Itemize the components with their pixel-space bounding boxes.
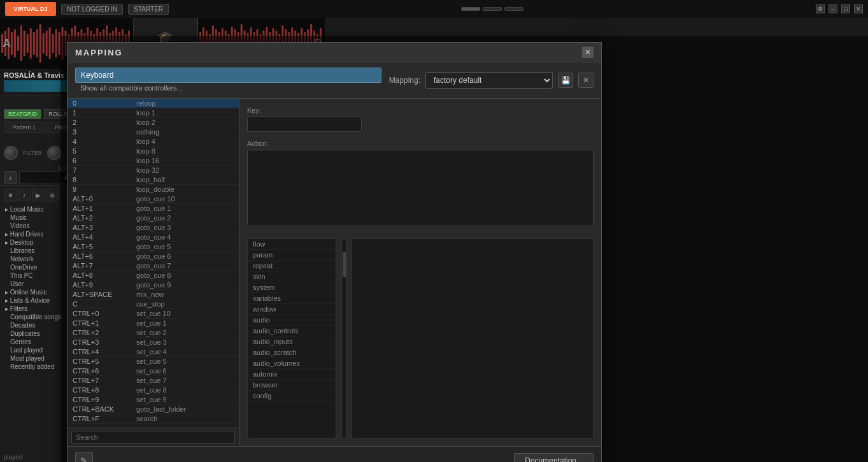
- key-list-item[interactable]: ALT+8 goto_cue 8: [68, 271, 239, 280]
- beatgrid-btn[interactable]: BEATGRID: [4, 109, 41, 119]
- key-list-item[interactable]: CTRL+7 set_cue 7: [68, 376, 239, 386]
- svg-rect-4: [11, 32, 13, 55]
- key-list-item[interactable]: 7 loop 32: [68, 166, 239, 175]
- action-list-item[interactable]: audio: [248, 315, 336, 326]
- documentation-btn[interactable]: Documentation...: [514, 453, 594, 462]
- key-col1: ALT+5: [73, 243, 136, 250]
- key-list-scroll[interactable]: 0 reloop 1 loop 1 2 loop 2 3 nothing 4 l…: [68, 99, 239, 428]
- pattern-1-btn[interactable]: Pattern 1: [4, 122, 45, 133]
- action-list-extra[interactable]: [352, 238, 594, 438]
- left-filter-label: FILTER: [23, 150, 42, 156]
- key-list-item[interactable]: C cue_stop: [68, 300, 239, 309]
- action-list-item[interactable]: browser: [248, 380, 336, 391]
- delete-mapping-btn[interactable]: ✕: [578, 73, 594, 88]
- left-loop-prev[interactable]: ‹: [4, 171, 17, 184]
- action-list-item[interactable]: repeat: [248, 261, 336, 271]
- action-field-label: Action:: [247, 140, 594, 147]
- key-list-item[interactable]: ALT+4 goto_cue 4: [68, 233, 239, 242]
- action-scrollbar[interactable]: [341, 238, 346, 438]
- key-list-item[interactable]: ALT+5 goto_cue 5: [68, 242, 239, 252]
- action-list-item[interactable]: variables: [248, 293, 336, 304]
- key-list-item[interactable]: CTRL+F search: [68, 414, 239, 424]
- minimize-btn[interactable]: –: [829, 4, 837, 13]
- browser-icon-1[interactable]: ★: [4, 189, 17, 201]
- left-flanger-knob[interactable]: [47, 146, 61, 160]
- key-list-item[interactable]: CTRL+0 set_cue 10: [68, 309, 239, 319]
- action-list-item[interactable]: config: [248, 391, 336, 401]
- key-list-item[interactable]: ALT+3 goto_cue 3: [68, 223, 239, 233]
- edit-icon-btn[interactable]: ✎: [75, 452, 93, 462]
- key-col1: ALT+1: [73, 205, 136, 212]
- dialog-close-btn[interactable]: ✕: [582, 47, 594, 58]
- key-col2: loop_double: [136, 185, 234, 193]
- svg-rect-8: [24, 31, 25, 56]
- key-list-item[interactable]: ALT+0 goto_cue 10: [68, 194, 239, 204]
- key-list-item[interactable]: 0 reloop: [68, 99, 239, 108]
- tab-1[interactable]: [461, 7, 480, 11]
- key-list-item[interactable]: ALT+SPACE mix_now: [68, 290, 239, 300]
- action-list-item[interactable]: audio_scratch: [248, 347, 336, 358]
- show-all-controllers[interactable]: Show all compatible controllers...: [75, 83, 381, 93]
- tab-3[interactable]: [504, 7, 523, 11]
- action-list-item[interactable]: automix: [248, 369, 336, 380]
- key-list-item[interactable]: CTRL+3 set_cue 3: [68, 338, 239, 347]
- save-mapping-btn[interactable]: 💾: [558, 73, 573, 88]
- key-col2: loop 4: [136, 138, 234, 145]
- key-list-item[interactable]: 5 loop 8: [68, 147, 239, 156]
- browser-icon-2[interactable]: ♪: [18, 189, 31, 201]
- tab-2[interactable]: [483, 7, 502, 11]
- window-controls: ⚙ – □ ✕: [816, 4, 863, 13]
- left-filter-knob[interactable]: [4, 146, 18, 160]
- action-list-item[interactable]: param: [248, 250, 336, 261]
- key-list-item[interactable]: 9 loop_double: [68, 185, 239, 194]
- key-list-item[interactable]: ALT+1 goto_cue 1: [68, 204, 239, 213]
- settings-btn[interactable]: ⚙: [816, 4, 825, 13]
- key-col2: goto_cue 3: [136, 224, 234, 231]
- maximize-btn[interactable]: □: [841, 4, 850, 13]
- browser-icon-4[interactable]: ⊕: [46, 189, 59, 201]
- key-list-item[interactable]: 3 nothing: [68, 127, 239, 137]
- key-list-item[interactable]: CTRL+9 set_cue 9: [68, 395, 239, 405]
- key-list-item[interactable]: 1 loop 1: [68, 108, 239, 118]
- key-list-item[interactable]: ALT+2 goto_cue 2: [68, 213, 239, 223]
- action-list-col[interactable]: flowparamrepeatskinsystemvariableswindow…: [247, 238, 336, 438]
- key-list-item[interactable]: CTRL+5 set_cue 5: [68, 357, 239, 366]
- key-col2: loop_half: [136, 176, 234, 184]
- key-field-label: Key:: [247, 106, 594, 114]
- svg-rect-14: [43, 33, 45, 54]
- action-list-item[interactable]: window: [248, 304, 336, 315]
- key-list-item[interactable]: ALT+9 goto_cue 9: [68, 280, 239, 290]
- key-input[interactable]: [247, 117, 362, 132]
- key-list-item[interactable]: CTRL+BACK goto_last_folder: [68, 405, 239, 414]
- key-list-item[interactable]: CTRL+8 set_cue 8: [68, 386, 239, 395]
- key-col2: set_cue 10: [136, 310, 234, 317]
- mapping-select[interactable]: factory default: [425, 72, 553, 89]
- key-list-item[interactable]: CTRL+6 set_cue 6: [68, 366, 239, 376]
- key-list-item[interactable]: CTRL+2 set_cue 2: [68, 328, 239, 338]
- key-list-item[interactable]: ALT+7 goto_cue 7: [68, 261, 239, 271]
- key-list-item[interactable]: CTRL+4 set_cue 4: [68, 347, 239, 357]
- not-logged-in-btn[interactable]: NOT LOGGED IN: [61, 4, 123, 15]
- action-list-item[interactable]: audio_inputs: [248, 336, 336, 347]
- action-textarea[interactable]: [247, 150, 594, 226]
- key-list-item[interactable]: 4 loop 4: [68, 137, 239, 147]
- action-list-item[interactable]: audio_volumes: [248, 358, 336, 369]
- keyboard-device[interactable]: Keyboard: [75, 68, 381, 83]
- dialog-body: Keyboard Show all compatible controllers…: [68, 62, 601, 462]
- search-input[interactable]: [71, 431, 235, 444]
- action-list-item[interactable]: skin: [248, 271, 336, 282]
- action-list-item[interactable]: audio_controls: [248, 326, 336, 336]
- key-list-item[interactable]: CTRL+1 set_cue 1: [68, 319, 239, 328]
- key-list-item[interactable]: ALT+6 goto_cue 6: [68, 252, 239, 261]
- close-btn[interactable]: ✕: [854, 4, 863, 13]
- key-field-row: Key:: [247, 106, 594, 132]
- browser-icon-3[interactable]: ▶: [32, 189, 45, 201]
- action-list-item[interactable]: system: [248, 282, 336, 293]
- tab-starter[interactable]: STARTER: [128, 4, 169, 15]
- key-col1: CTRL+BACK: [73, 405, 136, 413]
- key-col2: set_cue 5: [136, 357, 234, 365]
- key-list-item[interactable]: 6 loop 16: [68, 156, 239, 166]
- key-list-item[interactable]: 2 loop 2: [68, 118, 239, 127]
- key-list-item[interactable]: 8 loop_half: [68, 175, 239, 185]
- action-list-item[interactable]: flow: [248, 239, 336, 250]
